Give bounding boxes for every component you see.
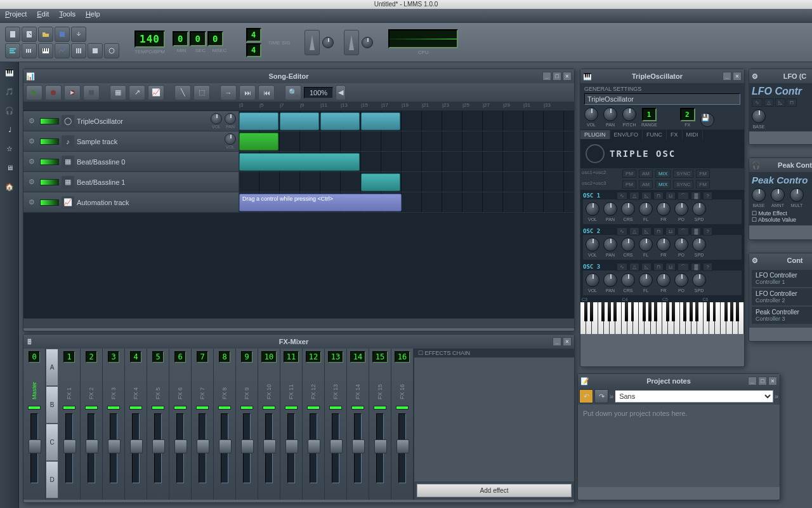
controller-item[interactable]: LFO ControllerController 2 [752, 288, 812, 305]
plugin-tab-plugin[interactable]: PLUGIN [580, 130, 610, 139]
fx-channel-led[interactable] [218, 406, 231, 410]
white-key[interactable] [704, 302, 709, 334]
fx-channel-led[interactable] [107, 406, 120, 410]
song-scrollbar[interactable] [23, 318, 574, 328]
record-accomp-button[interactable] [64, 85, 81, 100]
clip[interactable] [361, 173, 400, 191]
sidebar-note-icon[interactable]: ♩ [1, 121, 18, 138]
black-key[interactable] [648, 302, 652, 321]
track-type-icon[interactable]: ◯ [62, 115, 74, 128]
fx-channel[interactable]: 9 FX 9 [236, 349, 258, 500]
black-key[interactable] [690, 302, 693, 321]
mod-fm-button[interactable]: FM [696, 180, 710, 189]
fx-channel-led[interactable] [263, 406, 275, 410]
mod-pm-button[interactable]: PM [622, 170, 636, 178]
osc-wave-exp[interactable]: ⌒ [678, 263, 689, 271]
clip[interactable] [239, 133, 278, 150]
menu-help[interactable]: Help [86, 10, 100, 21]
peak-abs-checkbox[interactable]: ☐ Absolute Value [752, 217, 812, 223]
controller-rack-button[interactable] [104, 43, 119, 58]
notes-text-area[interactable]: Put down your project notes here. [578, 404, 780, 487]
mod-pm-button[interactable]: PM [622, 180, 636, 189]
fx-channel-led[interactable] [351, 406, 364, 410]
fx-channel[interactable]: 8 FX 8 [214, 349, 236, 500]
black-key[interactable] [736, 302, 739, 321]
sidebar-home-icon[interactable]: 🏠 [1, 178, 18, 196]
notes-minimize-button[interactable]: _ [748, 377, 757, 385]
black-key[interactable] [590, 302, 593, 321]
lfo-base-knob[interactable] [752, 109, 766, 123]
skip-end-button[interactable]: ⏭ [239, 85, 256, 100]
osc-wave-saw[interactable]: ◺ [641, 263, 652, 271]
plugin-tab-env-lfo[interactable]: ENV/LFO [610, 130, 643, 139]
fx-channel-fader[interactable] [154, 413, 162, 483]
mod-mix-button[interactable]: MIX [655, 170, 671, 178]
osc-wave-usr[interactable]: ? [703, 227, 712, 236]
clip[interactable] [239, 112, 278, 130]
plugin-fx-display[interactable]: 2 [680, 108, 695, 121]
osc-wave-sine[interactable]: ∿ [617, 263, 627, 271]
track-name[interactable]: Automation track [77, 199, 236, 206]
fx-mixer-close-button[interactable]: × [563, 337, 572, 346]
notes-font-select[interactable]: Sans [615, 390, 773, 403]
osc-fl-knob[interactable] [639, 202, 653, 216]
fx-send-A[interactable]: A [46, 349, 58, 386]
mod-fm-button[interactable]: FM [696, 170, 710, 178]
mod-sync-button[interactable]: SYNC [673, 180, 693, 189]
song-editor-maximize-button[interactable]: □ [553, 72, 561, 81]
black-key[interactable] [713, 302, 716, 321]
fx-channel-led[interactable] [329, 406, 342, 410]
fx-channel[interactable]: 1 FX 1 [58, 349, 81, 500]
osc-pan-knob[interactable] [603, 237, 617, 251]
fx-send-B[interactable]: B [46, 386, 58, 424]
track-name[interactable]: Beat/Bassline 0 [77, 158, 236, 166]
black-key[interactable] [683, 302, 686, 321]
menu-project[interactable]: Project [5, 10, 27, 21]
lfo-wave-sqr-button[interactable]: ⊓ [787, 98, 797, 107]
master-volume-slider[interactable] [304, 30, 320, 55]
track-name[interactable]: Beat/Bassline 1 [77, 178, 236, 186]
notes-redo-button[interactable]: ↷ [594, 389, 608, 403]
track-mute-button[interactable] [40, 159, 59, 165]
plugin-tab-midi[interactable]: MIDI [683, 130, 703, 139]
fx-channel-led[interactable] [374, 406, 386, 410]
osc-vol-knob[interactable] [586, 273, 599, 287]
track-name[interactable]: Sample track [77, 138, 222, 145]
white-key[interactable] [662, 302, 668, 334]
black-key[interactable] [601, 302, 605, 321]
osc-wave-noise[interactable]: ▓ [691, 192, 701, 200]
track-gear-icon[interactable]: ⚙ [26, 177, 37, 188]
fx-channel-led[interactable] [240, 406, 253, 410]
fx-channel-led[interactable] [129, 406, 142, 410]
fx-channel-led[interactable] [63, 406, 75, 410]
white-key[interactable] [622, 302, 627, 334]
osc-wave-sine[interactable]: ∿ [617, 227, 627, 236]
add-sample-track-button[interactable]: ↗ [129, 85, 145, 100]
osc-wave-sqr[interactable]: ⊓ [653, 263, 664, 271]
track-mute-button[interactable] [40, 138, 59, 145]
play-button[interactable] [26, 85, 43, 100]
master-pitch-knob[interactable] [362, 37, 373, 48]
lfo-wave-tri-button[interactable]: △ [764, 98, 774, 107]
peak-base-knob[interactable] [752, 188, 766, 202]
osc-wave-usr[interactable]: ? [703, 263, 712, 271]
sidebar-samples-icon[interactable]: 🎵 [1, 83, 18, 100]
song-editor-button[interactable] [5, 43, 20, 58]
fx-channel-fader[interactable] [110, 413, 117, 483]
plugin-keyboard[interactable] [580, 302, 744, 334]
osc-fr-knob[interactable] [657, 202, 671, 216]
osc-wave-moog[interactable]: ⊔ [665, 263, 676, 271]
fx-channel-fader[interactable] [30, 413, 38, 483]
track-vol-knob[interactable] [211, 113, 222, 124]
white-key[interactable] [598, 302, 604, 334]
peak-mute-checkbox[interactable]: ☐ Mute Effect [752, 210, 812, 217]
plugin-name-input[interactable] [584, 93, 740, 105]
menu-edit[interactable]: Edit [37, 10, 49, 21]
lfo-wave-saw-button[interactable]: ◺ [775, 98, 785, 107]
zoom-dropdown-button[interactable]: ◀ [336, 85, 346, 100]
black-key[interactable] [672, 302, 675, 321]
fx-send-D[interactable]: D [46, 461, 58, 498]
clip[interactable] [280, 112, 319, 130]
black-key[interactable] [631, 302, 634, 321]
plugin-save-button[interactable]: 💾 [700, 113, 714, 127]
